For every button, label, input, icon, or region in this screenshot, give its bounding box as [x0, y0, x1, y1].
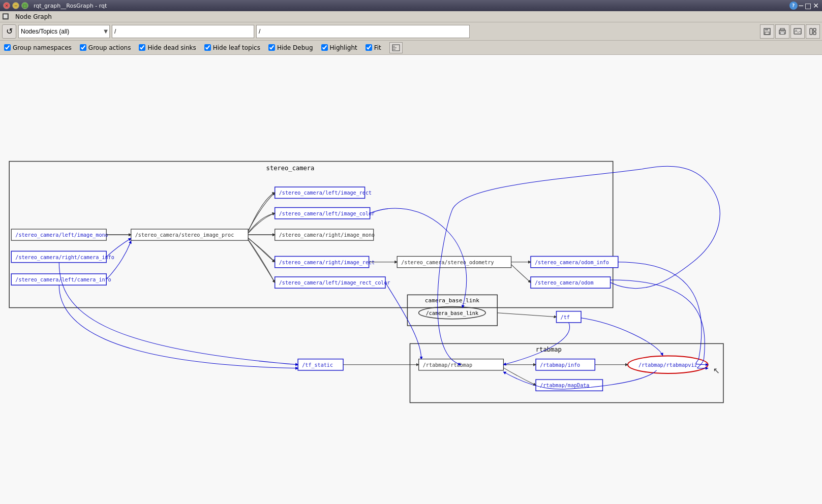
- edge-rtabmap-to-mapdata: [503, 368, 536, 385]
- image-rect-left-label: /stereo_camera/left/image_rect: [279, 190, 372, 196]
- svg-rect-5: [780, 32, 784, 34]
- refresh-button[interactable]: ↺: [2, 24, 16, 39]
- svg-rect-9: [813, 28, 816, 31]
- group-namespaces-option[interactable]: Group namespaces: [4, 44, 72, 51]
- stereo-camera-label: stereo_camera: [266, 165, 315, 172]
- filter-input-2[interactable]: [256, 25, 470, 38]
- restore-icon[interactable]: □: [805, 2, 811, 10]
- stereo-odometry-label: /stereo_camera/stereo_odometry: [401, 260, 494, 266]
- hide-dead-sinks-option[interactable]: Hide dead sinks: [139, 44, 196, 51]
- hide-debug-label: Hide Debug: [277, 44, 313, 51]
- edge-proc-to-rect-left: [248, 193, 275, 231]
- camera-info-right-label: /stereo_camera/right/camera_info: [15, 255, 114, 261]
- odom-label: /stereo_camera/odom: [535, 280, 593, 286]
- close-button[interactable]: ✕: [3, 2, 10, 9]
- camera-base-link-text: /camera_base_link: [426, 310, 478, 317]
- hide-debug-checkbox[interactable]: [268, 44, 275, 51]
- group-actions-option[interactable]: Group actions: [80, 44, 131, 51]
- image-rect-right-label: /stereo_camera/right/image_rect: [279, 260, 375, 266]
- hide-leaf-topics-label: Hide leaf topics: [213, 44, 260, 51]
- maximize-button[interactable]: □: [21, 2, 28, 9]
- edge-tf-to-rtabmapviz: [581, 318, 663, 356]
- edge-proc-to-rect-color-left: [248, 240, 275, 282]
- group-namespaces-checkbox[interactable]: [4, 44, 11, 51]
- svg-rect-10: [813, 32, 816, 35]
- edge-camera-left-long: [59, 285, 298, 368]
- rtabmap-info-label: /rtabmap/info: [540, 362, 580, 368]
- group-actions-label: Group actions: [88, 44, 131, 51]
- svg-rect-4: [780, 28, 784, 30]
- image-color-left-label: /stereo_camera/left/image_color: [279, 211, 375, 217]
- app-icon: 🔲: [2, 13, 9, 20]
- graph-area[interactable]: stereo_camera rtabmap camera_base_link /…: [0, 55, 822, 504]
- group-actions-checkbox[interactable]: [80, 44, 86, 51]
- image-mono-right-label: /stereo_camera/right/image_mono: [279, 232, 375, 238]
- save-button[interactable]: [760, 24, 774, 39]
- highlight-checkbox[interactable]: [321, 44, 328, 51]
- toolbar-right-buttons: [760, 24, 820, 39]
- hide-dead-sinks-label: Hide dead sinks: [147, 44, 196, 51]
- group-namespaces-label: Group namespaces: [13, 44, 72, 51]
- image-mono-left-label: /stereo_camera/left/image_mono: [15, 232, 108, 238]
- export-image-button[interactable]: [790, 24, 805, 39]
- highlight-label: Highlight: [330, 44, 357, 51]
- svg-rect-1: [765, 28, 768, 30]
- minimize-button[interactable]: −: [12, 2, 19, 9]
- print-button[interactable]: [775, 24, 789, 39]
- cursor-icon: ↖: [713, 366, 720, 375]
- hide-leaf-topics-option[interactable]: Hide leaf topics: [204, 44, 260, 51]
- edge-proc-rect-left2: [248, 193, 275, 232]
- node-filter-select-wrapper: Nodes only Nodes/Topics (all) Nodes/Topi…: [18, 25, 110, 38]
- layout-button[interactable]: [806, 24, 820, 39]
- menu-bar: 🔲 Node Graph: [0, 11, 822, 22]
- menu-node-graph[interactable]: Node Graph: [11, 12, 56, 21]
- edge-proc-rect-right2: [248, 238, 275, 262]
- rtabmap-node-label: /rtabmap/rtabmap: [423, 362, 472, 368]
- fit-checkbox[interactable]: [366, 44, 372, 51]
- odom-info-label: /stereo_camera/odom_info: [535, 260, 609, 266]
- minimize-icon[interactable]: ─: [799, 2, 803, 10]
- tf-label: /tf: [561, 314, 570, 320]
- fit-option[interactable]: Fit: [366, 44, 381, 51]
- options-bar: Group namespaces Group actions Hide dead…: [0, 41, 822, 55]
- highlight-option[interactable]: Highlight: [321, 44, 357, 51]
- fit-view-button[interactable]: [389, 42, 403, 53]
- toolbar: ↺ Nodes only Nodes/Topics (all) Nodes/To…: [0, 22, 822, 41]
- hide-dead-sinks-checkbox[interactable]: [139, 44, 145, 51]
- camera-info-left-label: /stereo_camera/left/camera_info: [15, 277, 111, 283]
- svg-rect-6: [794, 28, 801, 34]
- camera-base-link-group-label: camera_base_link: [425, 297, 479, 304]
- edge-odom-info-to-rtabmapviz: [618, 262, 708, 365]
- rtabmap-mapdata-label: /rtabmap/mapData: [540, 383, 589, 388]
- edge-camera-base-to-tf: [497, 313, 556, 317]
- window-title: rqt_graph__RosGraph - rqt: [34, 3, 107, 9]
- help-icon[interactable]: ?: [789, 2, 798, 10]
- close-icon[interactable]: ✕: [813, 2, 819, 10]
- rtabmapviz-label: /rtabmap/rtabmapviz: [638, 362, 697, 368]
- filter-input-1[interactable]: [112, 25, 254, 38]
- rtabmap-label: rtabmap: [536, 346, 562, 353]
- image-rect-color-left-label: /stereo_camera/left/image_rect_color: [279, 280, 390, 286]
- stereo-image-proc-label: /stereo_camera/stereo_image_proc: [135, 232, 234, 238]
- title-bar: ✕ − □ rqt_graph__RosGraph - rqt ? ─ □ ✕: [0, 0, 822, 11]
- edge-odom-to-rtabmapviz: [611, 280, 708, 368]
- edge-rect-color-to-rtabmap: [385, 282, 421, 359]
- hide-debug-option[interactable]: Hide Debug: [268, 44, 313, 51]
- hide-leaf-topics-checkbox[interactable]: [204, 44, 211, 51]
- node-filter-select[interactable]: Nodes only Nodes/Topics (all) Nodes/Topi…: [18, 25, 110, 38]
- edge-stereo-odom-to-odom: [511, 265, 531, 282]
- svg-rect-8: [810, 28, 812, 35]
- tf-static-label: /tf_static: [302, 362, 333, 368]
- fit-label: Fit: [374, 44, 381, 51]
- graph-svg: stereo_camera rtabmap camera_base_link /…: [0, 55, 822, 504]
